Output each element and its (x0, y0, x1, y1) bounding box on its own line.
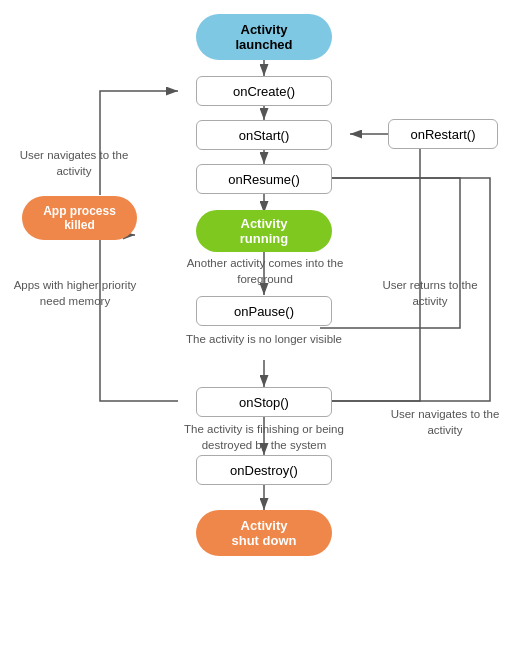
on-destroy-node: onDestroy() (196, 455, 332, 485)
activity-launched-node: Activity launched (196, 14, 332, 60)
annotation-user-returns: User returns to the activity (375, 278, 485, 309)
on-start-node: onStart() (196, 120, 332, 150)
on-restart-node: onRestart() (388, 119, 498, 149)
annotation-apps-priority: Apps with higher priority need memory (12, 278, 138, 309)
activity-running-node: Activity running (196, 210, 332, 252)
annotation-user-navigates-top: User navigates to the activity (18, 148, 130, 179)
on-resume-node: onResume() (196, 164, 332, 194)
activity-shutdown-node: Activity shut down (196, 510, 332, 556)
on-stop-node: onStop() (196, 387, 332, 417)
on-create-node: onCreate() (196, 76, 332, 106)
annotation-no-longer-visible: The activity is no longer visible (180, 332, 348, 348)
annotation-finishing: The activity is finishing or being destr… (158, 422, 370, 453)
app-process-killed-node: App process killed (22, 196, 137, 240)
lifecycle-diagram: Activity launched onCreate() onStart() o… (0, 0, 529, 666)
annotation-another-activity: Another activity comes into the foregrou… (170, 256, 360, 287)
annotation-user-navigates-bottom: User navigates to the activity (390, 407, 500, 438)
on-pause-node: onPause() (196, 296, 332, 326)
